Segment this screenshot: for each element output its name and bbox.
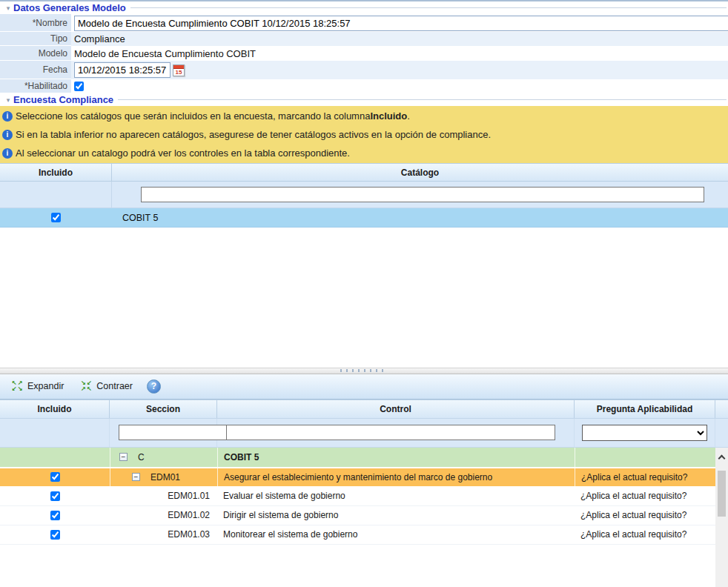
seccion-value: EDM01.03 (110, 525, 217, 544)
expandir-label: Expandir (27, 381, 64, 391)
nombre-label: *Nombre (0, 14, 71, 32)
controls-col-control: Control (217, 400, 575, 418)
control-filter-input[interactable] (226, 425, 555, 440)
info-note: i Si en la tabla inferior no aparecen ca… (0, 125, 728, 144)
seccion-value: EDM01.01 (110, 487, 217, 505)
control-row[interactable]: EDM01.02 Dirigir el sistema de gobierno … (0, 506, 715, 525)
form-row-nombre: *Nombre (0, 14, 728, 32)
scrollbar-up-button[interactable] (715, 448, 728, 467)
control-value: COBIT 5 (217, 448, 575, 467)
incluido-checkbox[interactable] (50, 491, 60, 501)
pregunta-value: ¿Aplica el actual requisito? (575, 506, 715, 525)
control-row[interactable]: EDM01.03 Monitorear el sistema de gobier… (0, 525, 715, 545)
catalog-name: COBIT 5 (122, 213, 158, 223)
collapse-arrow-icon[interactable]: ▾ (3, 4, 13, 12)
modelo-value: Modelo de Encuesta Cumplimiento COBIT (71, 46, 728, 61)
info-icon: i (2, 130, 13, 140)
expand-icon: ↖↗↙↘ (11, 380, 23, 392)
pregunta-value: ¿Aplica el actual requisito? (575, 468, 715, 486)
expandir-button[interactable]: ↖↗↙↘ Expandir (9, 379, 66, 394)
note-text: Si en la tabla inferior no aparecen catá… (16, 129, 491, 140)
splitter-grip-icon[interactable] (340, 369, 388, 372)
habilitado-label: *Habilitado (0, 79, 71, 93)
collapse-arrow-icon[interactable]: ▾ (3, 96, 13, 104)
controls-filter-row (0, 419, 728, 448)
calendar-day: 15 (173, 69, 184, 76)
incluido-checkbox[interactable] (50, 511, 60, 520)
tipo-label: Tipo (0, 32, 71, 46)
collapse-minus-icon[interactable] (119, 453, 128, 461)
form-row-modelo: Modelo Modelo de Encuesta Cumplimiento C… (0, 46, 728, 61)
collapse-icon: ↘↙↗↖ (80, 380, 92, 392)
incluido-checkbox[interactable] (50, 530, 60, 540)
controls-col-incluido: Incluido (0, 400, 110, 418)
info-notes-panel: i Seleccione los catálogos que serán inc… (0, 106, 728, 163)
section-rule (118, 99, 727, 100)
controls-col-seccion: Seccion (110, 400, 217, 418)
pregunta-value: ¿Aplica el actual requisito? (575, 525, 715, 544)
info-icon: i (2, 148, 13, 159)
section-title: Datos Generales Modelo (13, 2, 126, 13)
nombre-input[interactable] (74, 16, 728, 31)
controls-filter-incluido-cell (0, 419, 110, 447)
fecha-label: Fecha (0, 61, 71, 79)
note-text-bold: Incluido (370, 110, 407, 122)
note-text: . (407, 110, 410, 122)
calendar-button[interactable]: 15 (173, 63, 187, 77)
control-value: Dirigir el sistema de gobierno (217, 506, 575, 525)
note-text: Al seleccionar un catalogo podrá ver los… (16, 147, 350, 159)
tipo-value: Compliance (71, 32, 728, 46)
catalog-col-catalogo: Catálogo (112, 164, 728, 181)
catalog-filter-row (0, 182, 728, 208)
section-header-encuesta[interactable]: ▾ Encuesta Compliance (0, 93, 728, 106)
catalog-col-incluido: Incluido (0, 164, 112, 181)
controls-col-pregunta: Pregunta Aplicabilidad (575, 400, 715, 418)
help-icon[interactable]: ? (147, 379, 161, 394)
chevron-up-icon (718, 454, 726, 462)
contraer-label: Contraer (96, 381, 133, 391)
collapse-minus-icon[interactable] (132, 473, 140, 481)
control-value: Asegurar el establecimiento y mantenimie… (217, 468, 575, 486)
catalog-table-body (0, 228, 728, 368)
pregunta-value (575, 448, 715, 467)
section-rule (130, 7, 727, 8)
seccion-value: EDM01 (150, 472, 180, 482)
catalog-incluido-checkbox[interactable] (51, 213, 61, 222)
control-row-section-selected[interactable]: EDM01 Asegurar el establecimiento y mant… (0, 468, 715, 487)
compliance-model-page: ▾ Datos Generales Modelo *Nombre Tipo Co… (0, 0, 728, 587)
seccion-value: C (138, 452, 145, 462)
seccion-value: EDM01.02 (110, 506, 217, 525)
info-note: i Al seleccionar un catalogo podrá ver l… (0, 144, 728, 162)
fecha-input[interactable] (74, 62, 171, 78)
catalogo-filter-input[interactable] (141, 187, 704, 202)
control-row[interactable]: EDM01.01 Evaluar el sistema de gobierno … (0, 487, 715, 506)
habilitado-checkbox[interactable] (74, 82, 84, 91)
form-row-fecha: Fecha 15 (0, 61, 728, 79)
scrollbar-thumb[interactable] (718, 471, 726, 517)
pregunta-value: ¿Aplica el actual requisito? (575, 487, 715, 505)
info-note: i Seleccione los catálogos que serán inc… (0, 107, 728, 125)
control-value: Monitorear el sistema de gobierno (217, 525, 575, 544)
info-icon: i (2, 111, 13, 122)
controls-table-header: Incluido Seccion Control Pregunta Aplica… (0, 399, 728, 419)
catalog-table-header: Incluido Catálogo (0, 163, 728, 182)
vertical-scrollbar[interactable] (715, 448, 728, 587)
section-header-datos-generales[interactable]: ▾ Datos Generales Modelo (0, 1, 728, 14)
note-text: Seleccione los catálogos que serán inclu… (16, 110, 370, 122)
form-row-habilitado: *Habilitado (0, 79, 728, 93)
form-row-tipo: Tipo Compliance (0, 32, 728, 46)
contraer-button[interactable]: ↘↙↗↖ Contraer (78, 379, 135, 394)
section-title: Encuesta Compliance (13, 94, 113, 105)
catalog-row-cobit5[interactable]: COBIT 5 (0, 208, 728, 228)
controls-header-filler (715, 400, 728, 418)
control-value: Evaluar el sistema de gobierno (217, 487, 575, 505)
control-row-group[interactable]: C COBIT 5 (0, 448, 715, 468)
splitter[interactable] (0, 368, 728, 374)
controls-rows: C COBIT 5 EDM01 Asegurar el establecimie… (0, 448, 715, 587)
catalog-filter-incluido-cell (0, 182, 112, 208)
pregunta-filter-select[interactable] (582, 425, 707, 441)
general-form: *Nombre Tipo Compliance Modelo Modelo de… (0, 14, 728, 93)
controls-filter-filler (715, 419, 728, 447)
modelo-label: Modelo (0, 46, 71, 61)
incluido-checkbox[interactable] (50, 472, 60, 482)
